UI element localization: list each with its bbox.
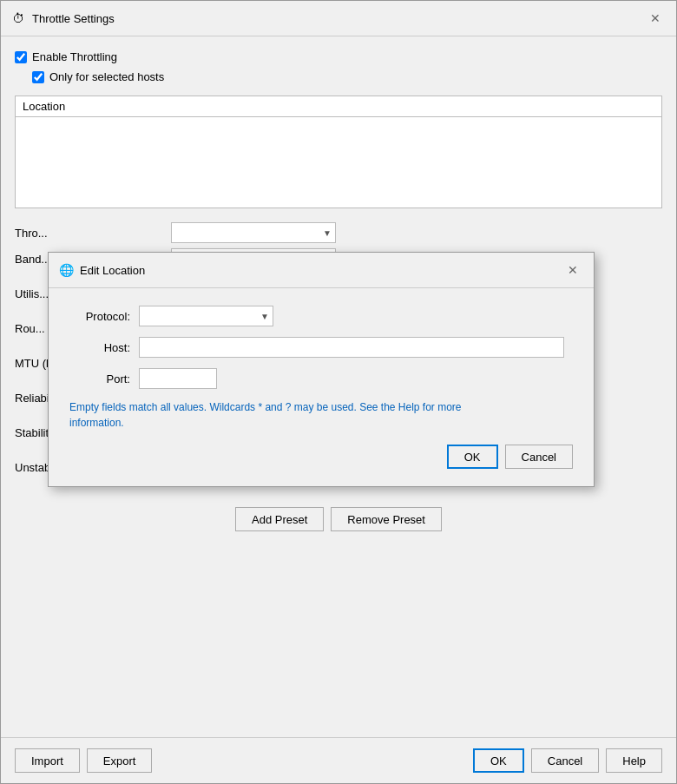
host-input[interactable] xyxy=(139,337,564,358)
protocol-label: Protocol: xyxy=(69,310,139,323)
protocol-dropdown[interactable]: ▼ xyxy=(139,306,273,326)
host-row: Host: xyxy=(69,337,573,358)
dialog-cancel-button[interactable]: Cancel xyxy=(505,445,573,469)
help-text: Empty fields match all values. Wildcards… xyxy=(69,399,503,431)
dialog-ok-button[interactable]: OK xyxy=(447,445,498,469)
dialog-overlay: 🌐 Edit Location ✕ Protocol: ▼ Host: xyxy=(0,0,677,784)
dialog-title-left: 🌐 Edit Location xyxy=(59,263,145,277)
port-label: Port: xyxy=(69,372,139,385)
dialog-buttons: OK Cancel xyxy=(69,445,573,469)
dialog-icon: 🌐 xyxy=(59,263,73,277)
protocol-row: Protocol: ▼ xyxy=(69,306,573,326)
port-input[interactable] xyxy=(139,368,217,389)
dialog-title-text: Edit Location xyxy=(80,264,145,277)
dialog-close-button[interactable]: ✕ xyxy=(562,260,583,280)
dialog-content: Protocol: ▼ Host: Port: Empty fields mat… xyxy=(49,288,594,486)
dialog-title-bar: 🌐 Edit Location ✕ xyxy=(49,253,594,288)
host-label: Host: xyxy=(69,341,139,354)
port-row: Port: xyxy=(69,368,573,389)
protocol-dropdown-arrow: ▼ xyxy=(260,312,269,321)
edit-location-dialog: 🌐 Edit Location ✕ Protocol: ▼ Host: xyxy=(48,252,595,487)
